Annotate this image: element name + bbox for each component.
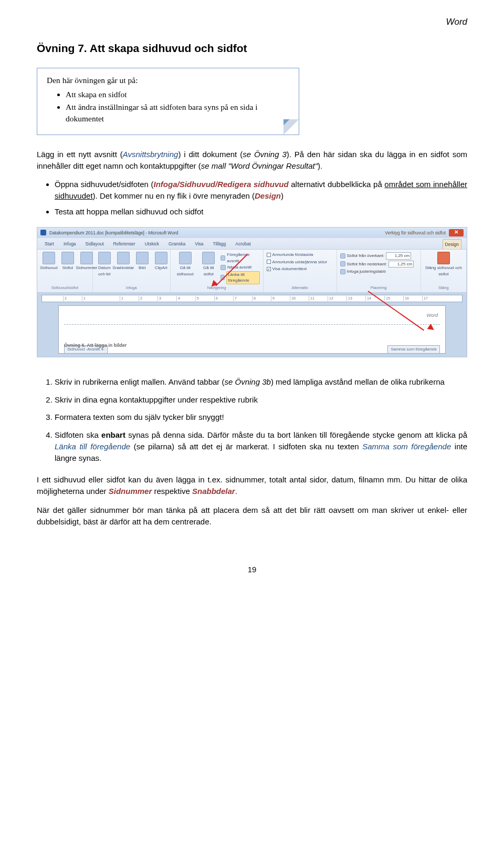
word-screenshot: Datakompendium 2011.doc [kompatibilitets…	[37, 227, 467, 357]
page-curl-icon	[284, 119, 299, 135]
page-number: 19	[37, 564, 467, 575]
ruler: 211234567891011121314151617	[41, 295, 463, 302]
tab[interactable]: Acrobat	[233, 239, 253, 249]
same-as-previous-tag: Samma som föregående	[387, 345, 440, 354]
step: Formatera texten som du själv tycker bli…	[55, 411, 467, 423]
info-paragraph: I ett sidhuvud eller sidfot kan du även …	[37, 474, 467, 497]
info-paragraph-2: När det gäller sidnummer bör man tänka p…	[37, 504, 467, 528]
step: Skriv in dina egna kontaktuppgifter unde…	[55, 394, 467, 406]
ribbon: Sidhuvud Sidfot Sidnummer Sidhuvud/sidfo…	[37, 250, 467, 293]
ribbon-group-place: Sidfot från överkant:1,25 cm Sidfot från…	[337, 250, 421, 292]
btn-sidhuvud[interactable]: Sidhuvud	[40, 252, 57, 271]
btn-goto-footer[interactable]: Gå till sidfot	[200, 252, 217, 284]
ribbon-group-infoga: Datum och tid Snabbdelar Bild ClipArt In…	[93, 250, 171, 292]
ribbon-group-alt: Annorlunda förstasida Annorlunda udda/jä…	[264, 250, 337, 292]
ribbon-group-sidhuvud: Sidhuvud Sidfot Sidnummer Sidhuvud/sidfo…	[37, 250, 93, 292]
tab[interactable]: Referenser	[111, 239, 138, 249]
btn-bild[interactable]: Bild	[134, 252, 151, 277]
doc-header-label: Word	[37, 16, 467, 29]
btn-datum[interactable]: Datum och tid	[96, 252, 113, 277]
tab[interactable]: Sidlayout	[83, 239, 106, 249]
tab[interactable]: Granska	[166, 239, 187, 249]
btn-snabbdelar[interactable]: Snabbdelar	[115, 252, 132, 277]
opt-show-doc[interactable]: Visa dokumenttext	[267, 266, 333, 272]
opt-odd-even[interactable]: Annorlunda udda/jämna sidor	[267, 259, 333, 265]
ribbon-group-nav: Gå till sidhuvud Gå till sidfot Föregåen…	[171, 250, 264, 292]
tab[interactable]: Utskick	[143, 239, 161, 249]
step: Sidfoten ska enbart synas på denna sida.…	[55, 429, 467, 463]
header-area[interactable]: Word	[64, 311, 440, 325]
btn-clipart[interactable]: ClipArt	[153, 252, 170, 277]
ribbon-tabs: Start Infoga Sidlayout Referenser Utskic…	[37, 238, 467, 250]
callout-bullet: Att skapa en sidfot	[66, 89, 289, 100]
tool-tab-title: Verktyg för sidhuvud och sidfot	[385, 230, 446, 236]
btn-goto-header[interactable]: Gå till sidhuvud	[174, 252, 197, 284]
step: Skriv in rubrikerna enligt mallen. Använ…	[55, 376, 467, 388]
body-bullet: Testa att hoppa mellan sidhuvud och sidf…	[55, 206, 467, 218]
tab[interactable]: Infoga	[61, 239, 78, 249]
tab[interactable]: Visa	[193, 239, 205, 249]
btn-close-hf[interactable]: Stäng sidhuvud och sidfot	[424, 252, 463, 277]
nav-link-prev[interactable]: Länka till föregående	[220, 271, 260, 284]
app-icon	[40, 230, 46, 235]
callout-box: Den här övningen går ut på: Att skapa en…	[37, 68, 299, 135]
titlebar: Datakompendium 2011.doc [kompatibilitets…	[37, 228, 467, 238]
close-icon[interactable]: ✕	[449, 229, 464, 236]
doc-body-heading: Övning 6. Att lägga in bilder	[64, 342, 127, 349]
nav-next[interactable]: Nästa avsnitt	[220, 264, 260, 271]
body-bullet: Öppna sidhuvudet/sidfoten (Infoga/Sidhuv…	[55, 179, 467, 202]
tab-design[interactable]: Design	[443, 239, 461, 249]
ribbon-group-close: Stäng sidhuvud och sidfot Stäng	[421, 250, 467, 292]
opt-first-page[interactable]: Annorlunda förstasida	[267, 252, 333, 258]
page-title: Övning 7. Att skapa sidhuvud och sidfot	[37, 40, 467, 56]
callout-intro: Den här övningen går ut på:	[47, 75, 289, 86]
btn-sidfot[interactable]: Sidfot	[59, 252, 76, 271]
callout-bullet: Att ändra inställningar så att sidfoten …	[66, 101, 289, 125]
insert-align-tab[interactable]: Infoga justeringstabb	[340, 269, 417, 275]
tab[interactable]: Start	[43, 239, 56, 249]
page-preview: Word Sidhuvud -Avsnitt 4- Övning 6. Att …	[58, 305, 446, 354]
header-text: Word	[426, 312, 438, 319]
intro-paragraph: Lägg in ett nytt avsnitt (Avsnittsbrytni…	[37, 149, 467, 172]
header-from-top[interactable]: Sidfot från överkant:1,25 cm	[340, 252, 417, 260]
window-title: Datakompendium 2011.doc [kompatibilitets…	[49, 230, 382, 236]
footer-from-bottom[interactable]: Sidfot från nederkant:1,25 cm	[340, 261, 417, 268]
tab[interactable]: Tillägg	[211, 239, 228, 249]
